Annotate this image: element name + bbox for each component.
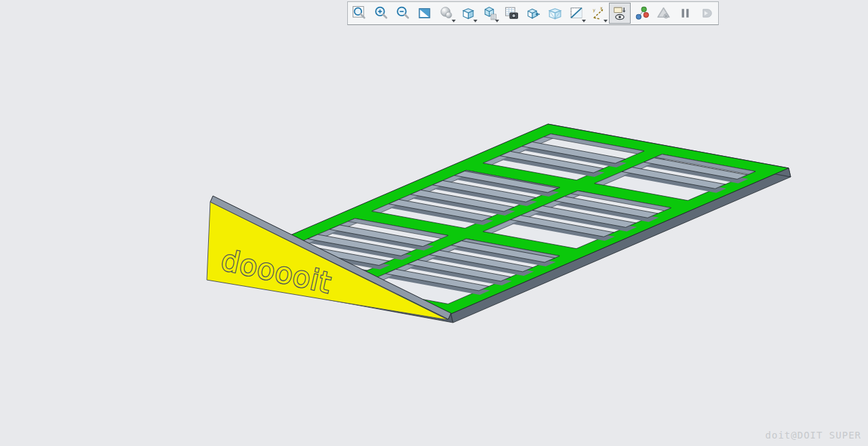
reference-axes-button[interactable]: x y bbox=[587, 3, 609, 24]
reference-axes-icon: x y bbox=[591, 5, 606, 21]
pause-button bbox=[674, 3, 696, 24]
zoom-out-icon bbox=[395, 5, 411, 21]
capture-image-button[interactable] bbox=[500, 3, 522, 24]
svg-text:x: x bbox=[600, 5, 603, 10]
zoom-to-area-button[interactable] bbox=[414, 3, 435, 24]
section-view-button[interactable] bbox=[566, 3, 587, 24]
dropdown-arrow-icon bbox=[452, 20, 456, 22]
dropdown-arrow-icon bbox=[495, 20, 499, 22]
model-canvas[interactable]: dooooit bbox=[0, 0, 868, 446]
dropdown-arrow-icon bbox=[582, 20, 586, 22]
assembly-visualization-icon bbox=[634, 5, 650, 21]
zoom-in-icon bbox=[374, 5, 389, 21]
zoom-to-area-icon bbox=[417, 5, 433, 21]
3d-drawing-view-icon bbox=[547, 5, 563, 21]
forward-button bbox=[696, 3, 717, 24]
apply-scene-icon bbox=[482, 5, 498, 21]
hide-show-items-button[interactable] bbox=[609, 3, 631, 24]
zoom-in-button[interactable] bbox=[370, 3, 392, 24]
watermark-text: doit@DOIT SUPER bbox=[766, 430, 861, 441]
zoom-out-button[interactable] bbox=[392, 3, 414, 24]
view-toolbar: x y bbox=[347, 1, 719, 25]
hide-show-items-icon bbox=[612, 5, 628, 21]
new-view-icon bbox=[526, 5, 541, 21]
capture-image-icon bbox=[504, 5, 519, 21]
display-style-button[interactable] bbox=[435, 3, 457, 24]
view-orientation-button[interactable] bbox=[457, 3, 479, 24]
simulation-evaluate-icon bbox=[656, 5, 671, 21]
forward-icon bbox=[699, 5, 715, 21]
view-orientation-icon bbox=[460, 5, 476, 21]
svg-text:y: y bbox=[593, 7, 595, 13]
section-view-icon bbox=[569, 5, 585, 21]
simulation-evaluate-button bbox=[652, 3, 674, 24]
apply-scene-button[interactable] bbox=[479, 3, 500, 24]
dropdown-arrow-icon bbox=[604, 20, 608, 22]
dropdown-arrow-icon bbox=[473, 20, 477, 22]
zoom-to-fit-button[interactable] bbox=[349, 3, 370, 24]
assembly-visualization-button[interactable] bbox=[631, 3, 652, 24]
cad-viewport-window: dooooit x bbox=[0, 0, 868, 446]
new-view-button[interactable] bbox=[522, 3, 544, 24]
pause-icon bbox=[677, 5, 693, 21]
3d-drawing-view-button[interactable] bbox=[544, 3, 566, 24]
zoom-to-fit-icon bbox=[352, 5, 368, 21]
display-style-icon bbox=[439, 5, 454, 21]
